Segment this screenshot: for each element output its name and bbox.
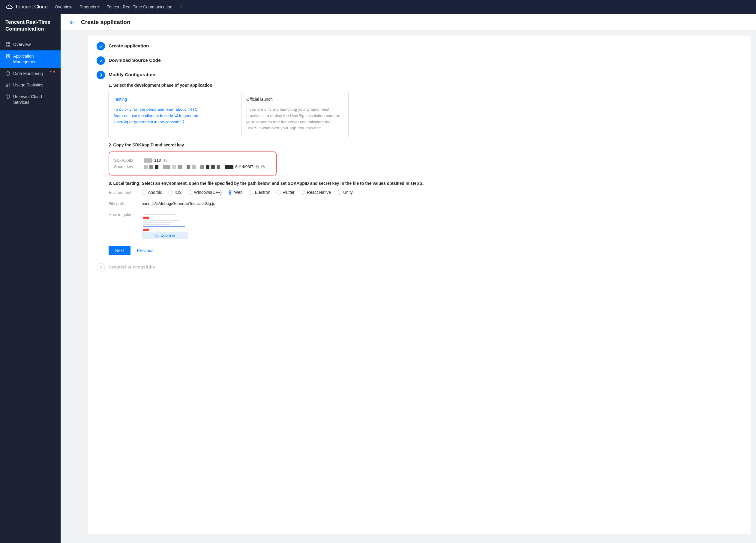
brand-label: Tencent Cloud <box>15 4 48 10</box>
radio-label: Android <box>148 190 162 195</box>
step-badge-pending: 4 <box>97 263 105 271</box>
secret-value: 6d14f08f7 <box>235 164 253 169</box>
sidebar-item-label: Relevant Cloud Services <box>13 94 55 105</box>
sidebar-item-overview[interactable]: Overview <box>0 39 61 50</box>
secret-row: Secret key <box>114 164 271 169</box>
redacted-block <box>155 165 158 169</box>
top-nav: Tencent Cloud Overview Products Tencent … <box>0 0 756 14</box>
radio-icon <box>228 190 232 195</box>
topnav-item-overview[interactable]: Overview <box>55 5 72 9</box>
svg-rect-7 <box>9 83 10 87</box>
svg-rect-3 <box>8 45 10 47</box>
alert-dot-icon <box>53 71 55 73</box>
phase-title: Official launch <box>246 96 343 103</box>
redacted-block <box>187 165 190 169</box>
svg-rect-0 <box>6 42 7 44</box>
topnav-item-label: Products <box>79 5 96 9</box>
sidebar: Tencent Real-Time Communication Overview… <box>0 14 61 543</box>
zoom-label: Zoom in <box>161 233 175 238</box>
add-tab-button[interactable]: + <box>179 4 183 10</box>
bars-icon <box>5 83 10 87</box>
step-title: Created successfully <box>109 264 742 270</box>
previous-link[interactable]: Previous <box>137 248 153 253</box>
external-link[interactable] <box>180 120 184 123</box>
external-link[interactable] <box>174 113 178 117</box>
magnifier-icon <box>155 233 159 238</box>
arrow-left-icon <box>69 19 75 25</box>
redacted-block <box>192 165 196 169</box>
field-label: Environment <box>109 190 134 195</box>
topnav-item-products[interactable]: Products <box>79 5 100 9</box>
step-title: Modify Configuration <box>109 72 742 77</box>
chevron-down-icon <box>49 71 52 72</box>
svg-rect-9 <box>257 166 258 168</box>
svg-rect-6 <box>7 84 8 87</box>
copy-button[interactable] <box>255 165 259 169</box>
env-radio-flutter[interactable]: Flutter <box>276 190 295 195</box>
radio-label: Flutter <box>283 190 295 195</box>
sidebar-item-label: Overview <box>13 42 31 47</box>
radio-icon <box>168 190 173 195</box>
svg-rect-2 <box>6 45 7 47</box>
sidebar-item-label: Data Monitoring <box>13 71 43 77</box>
step-2: Download Source Code <box>97 58 742 63</box>
redacted-block <box>178 165 182 169</box>
env-radio-electron[interactable]: Electron <box>249 190 270 195</box>
sdkappid-row: SDkAppID 113 <box>114 158 271 163</box>
step-title: Create application <box>109 43 742 49</box>
sidebar-item-usage[interactable]: Usage Statistics <box>0 79 61 91</box>
redacted-block <box>149 165 153 169</box>
external-link-icon <box>180 120 184 123</box>
step-badge-done-icon <box>97 42 105 50</box>
brand[interactable]: Tencent Cloud <box>6 4 48 10</box>
env-radio-unity[interactable]: Unity <box>337 190 353 195</box>
step-title: Download Source Code <box>109 58 742 63</box>
step-4: 4 Created successfully <box>97 264 742 270</box>
phase-card-official[interactable]: Official launch If you are officially la… <box>241 92 349 137</box>
redacted-block <box>163 165 170 169</box>
svg-point-10 <box>263 166 264 167</box>
grid-icon <box>5 42 10 47</box>
copy-button[interactable] <box>163 158 167 163</box>
guide-thumbnail[interactable]: Zoom in <box>142 212 188 239</box>
copy-icon <box>163 158 167 163</box>
redacted-block <box>211 165 215 169</box>
sidebar-item-data-mon[interactable]: Data Monitoring <box>0 68 61 79</box>
main: Create application Create application Do… <box>61 14 756 543</box>
step-1: Create application <box>97 43 742 49</box>
redacted-block <box>206 165 209 169</box>
field-label: How-to guide <box>109 212 134 217</box>
env-radio-android[interactable]: Android <box>142 190 162 195</box>
zoom-in-button[interactable]: Zoom in <box>142 232 188 239</box>
field-label: Secret key <box>114 164 139 169</box>
env-radio-ios[interactable]: iOS <box>168 190 181 195</box>
topnav-item-trtc[interactable]: Tencent Real-Time Communication <box>107 5 172 9</box>
phase-card-testing[interactable]: Testing To quickly run the demo and lear… <box>109 92 216 137</box>
env-radio-windows-c-[interactable]: Windows(C++) <box>188 190 222 195</box>
back-button[interactable] <box>69 19 75 25</box>
sidebar-item-app-mgmt[interactable]: Application Management <box>0 50 61 68</box>
radio-label: Web <box>234 190 243 195</box>
environment-row: Environment AndroidiOSWindows(C++)WebEle… <box>109 190 742 195</box>
svg-rect-8 <box>164 160 166 162</box>
next-button[interactable]: Next <box>109 246 131 255</box>
radio-label: Windows(C++) <box>194 190 222 195</box>
radio-label: Unity <box>343 190 353 195</box>
sdkappid-value: 113 <box>154 158 161 163</box>
step-3: 3 Modify Configuration 1. Select the dev… <box>97 72 742 255</box>
reveal-button[interactable] <box>261 165 265 169</box>
content-card: Create application Download Source Code … <box>88 36 751 534</box>
guide-row: How-to guide Zoom in <box>109 212 742 239</box>
eye-icon <box>261 165 265 169</box>
phase-desc-text: . <box>185 120 186 124</box>
page-header: Create application <box>61 14 756 31</box>
env-radio-web[interactable]: Web <box>228 190 243 195</box>
sidebar-item-cloud-svc[interactable]: Relevant Cloud Services <box>0 91 61 108</box>
radio-label: React Native <box>307 190 331 195</box>
env-radio-react-native[interactable]: React Native <box>301 190 331 195</box>
cloud-icon <box>6 4 13 10</box>
radio-icon <box>249 190 253 195</box>
sidebar-title: Tencent Real-Time Communication <box>0 14 61 39</box>
sidebar-item-label: Usage Statistics <box>13 82 43 88</box>
phase-title: Testing <box>114 96 211 103</box>
